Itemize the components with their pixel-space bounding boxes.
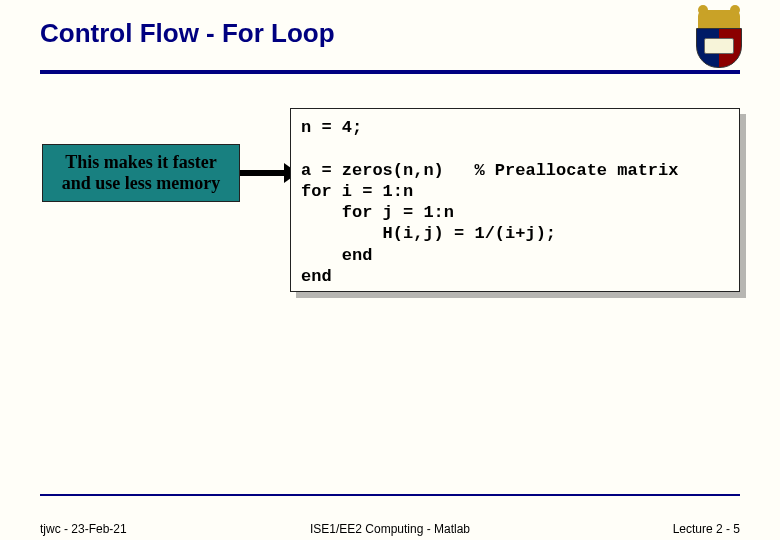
crown-icon	[698, 10, 740, 30]
header-divider	[40, 70, 740, 74]
code-line: H(i,j) = 1/(i+j);	[301, 224, 556, 243]
footer-right: Lecture 2 - 5	[673, 522, 740, 536]
code-line: a = zeros(n,n) % Preallocate matrix	[301, 161, 678, 180]
book-icon	[704, 38, 734, 54]
slide: Control Flow - For Loop This makes it fa…	[0, 0, 780, 540]
footer-divider	[40, 494, 740, 496]
footer-center: ISE1/EE2 Computing - Matlab	[40, 522, 740, 536]
code-line: n = 4;	[301, 118, 362, 137]
code-line: end	[301, 246, 372, 265]
code-box: n = 4; a = zeros(n,n) % Preallocate matr…	[290, 108, 740, 292]
crest-logo	[688, 10, 750, 72]
callout-box: This makes it faster and use less memory	[42, 144, 240, 202]
page-title: Control Flow - For Loop	[40, 18, 335, 49]
code-line: for j = 1:n	[301, 203, 454, 222]
code-line: end	[301, 267, 332, 286]
arrow-right-icon	[240, 170, 286, 176]
code-content: n = 4; a = zeros(n,n) % Preallocate matr…	[301, 117, 729, 287]
callout-text: This makes it faster and use less memory	[49, 152, 233, 193]
code-line: for i = 1:n	[301, 182, 413, 201]
